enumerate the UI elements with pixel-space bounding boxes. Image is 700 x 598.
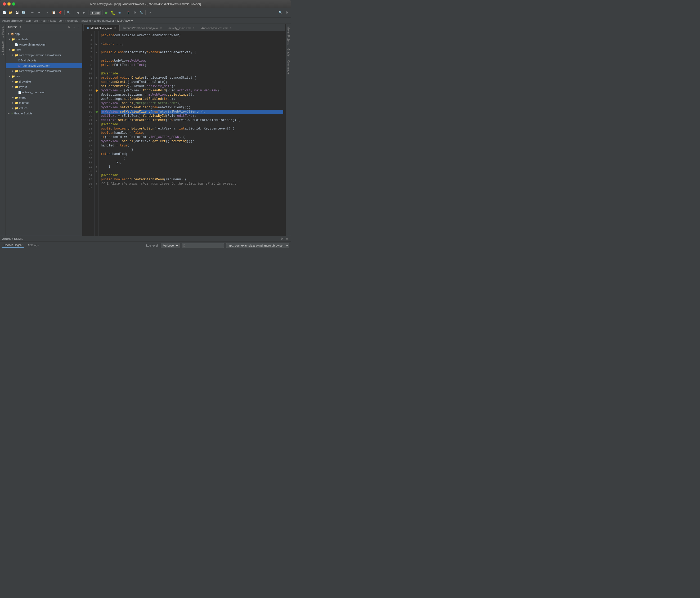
tab-androidmanifest[interactable]: AndroidManifest.xml × <box>198 25 235 31</box>
traffic-lights[interactable] <box>3 2 15 5</box>
tree-item-mipmap[interactable]: ▶ 📁 mipmap <box>6 100 82 105</box>
tree-item-values[interactable]: ▶ 📁 values <box>6 105 82 111</box>
close-button[interactable] <box>3 2 6 5</box>
app-filter-selector[interactable]: app: com.example.aravind.androidbrowser <box>226 243 289 248</box>
breadcrumb-mainactivity[interactable]: MainActivity <box>117 19 133 22</box>
maximize-button[interactable] <box>12 2 15 5</box>
panel-collapse-btn[interactable]: − <box>76 25 81 29</box>
tab-devices-logcat[interactable]: Devices | logcat <box>2 243 24 248</box>
tab-tutorialwebviewclient[interactable]: TutorialWebViewClient.java × <box>120 25 166 31</box>
redo-btn[interactable]: ↪ <box>36 10 42 16</box>
tree-item-tutorialwebviewclient[interactable]: C TutorialWebViewClient <box>6 63 82 68</box>
tree-item-mainactivity[interactable]: C MainActivity <box>6 58 82 63</box>
open-btn[interactable]: 📂 <box>8 10 14 16</box>
ddms-title: Android DDMS <box>2 237 23 241</box>
tab-close-mainactivity[interactable]: × <box>114 26 117 30</box>
panel-settings-btn[interactable]: ⚙ <box>67 25 71 29</box>
folder-icon-pkg2: 📁 <box>15 70 18 73</box>
tree-label-menu: menu <box>19 96 26 99</box>
panel-sync-btn[interactable]: ↔ <box>72 25 76 29</box>
settings-gear-btn[interactable]: ⚙ <box>284 10 290 16</box>
android-dropdown[interactable]: ▼ <box>19 25 22 28</box>
tree-item-gradle[interactable]: ▶ ⚙ Gradle Scripts <box>6 111 82 116</box>
code-line-26: myWebView.loadUrl(editText.getText().toS… <box>101 139 283 144</box>
breadcrumb-app[interactable]: app <box>26 19 31 22</box>
tab-commander[interactable]: Commander <box>286 58 291 76</box>
main-area: 1: Project 2: Structure Android ▼ ⚙ ↔ − … <box>0 24 291 236</box>
save-btn[interactable]: 💾 <box>14 10 20 16</box>
xml-icon-androidmanifest: 📄 <box>15 43 18 46</box>
breadcrumb-androidbrowser2[interactable]: androidbrowser <box>94 19 114 22</box>
tree-label-values: values <box>19 106 28 110</box>
run-config-selector[interactable]: ▼ app <box>90 11 101 15</box>
tree-item-pkg1[interactable]: ▼ 📁 com.example.aravind.androidbrows... <box>6 52 82 58</box>
breadcrumb-java[interactable]: java <box>50 19 56 22</box>
copy-btn[interactable]: 📋 <box>51 10 57 16</box>
project-panel: Android ▼ ⚙ ↔ − ▼ 📦 app ▼ 📁 manifests <box>6 24 83 236</box>
title-bar: MainActivity.java - [app] - AndroidBrows… <box>0 0 291 8</box>
breadcrumb-example[interactable]: example <box>67 19 78 22</box>
settings-btn[interactable]: 🔧 <box>138 10 144 16</box>
tab-devices-logcat-label: Devices | logcat <box>4 244 22 247</box>
tree-item-activitymainxml[interactable]: 📄 activity_main.xml <box>6 90 82 95</box>
tree-item-androidmanifest[interactable]: 📄 AndroidManifest.xml <box>6 42 82 47</box>
tree-item-manifests[interactable]: ▼ 📁 manifests <box>6 36 82 42</box>
sync-btn[interactable]: 🔄 <box>21 10 26 16</box>
tree-item-app[interactable]: ▼ 📦 app <box>6 31 82 36</box>
find-btn[interactable]: 🔍 <box>66 10 72 16</box>
debug-button[interactable]: 🐛 <box>109 10 116 15</box>
code-line-17: myWebView.loadUrl("http://html5test.com"… <box>101 101 283 105</box>
project-panel-header: Android ▼ ⚙ ↔ − <box>6 24 82 30</box>
code-content[interactable]: package com.example.aravind.androidbrows… <box>99 31 285 236</box>
code-line-35: public boolean onCreateOptionsMenu(Menu … <box>101 177 283 182</box>
window-title: MainActivity.java - [app] - AndroidBrows… <box>90 2 201 5</box>
xml-icon-activitymainxml: 📄 <box>18 91 21 94</box>
tab-adb-logs[interactable]: ADB logs <box>26 243 40 248</box>
avd-btn[interactable]: 📱 <box>125 10 131 16</box>
tab-structure[interactable]: 2: Structure <box>1 40 5 57</box>
run-button[interactable]: ▶ <box>104 9 109 16</box>
breadcrumb-aravind[interactable]: aravind <box>81 19 91 22</box>
log-level-selector[interactable]: Verbose Debug Info Warn Error <box>161 243 179 248</box>
tab-project[interactable]: 1: Project <box>1 25 5 39</box>
tree-item-drawable[interactable]: ▶ 📁 drawable <box>6 79 82 84</box>
undo-btn[interactable]: ↩ <box>29 10 35 16</box>
coverage-btn[interactable]: ◉ <box>117 10 123 16</box>
new-file-btn[interactable]: 📄 <box>2 10 7 16</box>
help-btn[interactable]: ? <box>147 10 153 16</box>
folder-icon-pkg1: 📁 <box>15 54 18 57</box>
logcat-search-input[interactable] <box>182 243 224 248</box>
tree-item-java[interactable]: ▼ 📁 java <box>6 47 82 52</box>
tree-item-res[interactable]: ▼ 📁 res <box>6 74 82 79</box>
tab-mainactivity[interactable]: ■ MainActivity.java × <box>84 25 120 31</box>
breadcrumb-com[interactable]: com <box>59 19 64 22</box>
tree-label-res: res <box>16 75 20 78</box>
ddms-close-btn[interactable]: × <box>285 237 289 241</box>
ddms-settings-btn[interactable]: ⚙ <box>280 237 284 241</box>
search-everywhere-btn[interactable]: 🔍 <box>277 10 283 16</box>
tab-activitymainxml[interactable]: activity_main.xml × <box>166 25 198 31</box>
code-line-8: private EditText editText; <box>101 63 283 67</box>
tree-item-layout[interactable]: ▼ 📁 layout <box>6 84 82 90</box>
code-line-13: setContentView(R.layout.activity_main); <box>101 84 283 89</box>
breadcrumb-src[interactable]: src <box>34 19 38 22</box>
folder-icon-java: 📁 <box>11 48 15 51</box>
tab-close-activitymain[interactable]: × <box>192 26 195 30</box>
minimize-button[interactable] <box>7 2 10 5</box>
cut-btn[interactable]: ✂ <box>45 10 50 16</box>
log-level-label: Log level: <box>146 244 158 247</box>
sdk-btn[interactable]: ⚙ <box>132 10 138 16</box>
tab-close-androidmanifest[interactable]: × <box>229 26 232 30</box>
paste-btn[interactable]: 📌 <box>57 10 63 16</box>
code-line-2 <box>101 38 283 42</box>
breadcrumb-main[interactable]: main <box>41 19 47 22</box>
next-btn[interactable]: ▶ <box>81 10 87 16</box>
folder-icon-drawable: 📁 <box>15 80 18 83</box>
tab-maven-projects[interactable]: Maven Projects <box>286 25 291 46</box>
breadcrumb-androidbrowser[interactable]: AndroidBrowser <box>2 19 23 22</box>
tab-gradle[interactable]: Gradle <box>286 47 291 58</box>
tree-item-menu[interactable]: ▶ 📁 menu <box>6 95 82 100</box>
tree-item-pkg2[interactable]: ▶ 📁 com.example.aravind.androidbrows... <box>6 68 82 74</box>
tab-close-tutorial[interactable]: × <box>159 26 162 30</box>
prev-btn[interactable]: ◀ <box>75 10 80 16</box>
